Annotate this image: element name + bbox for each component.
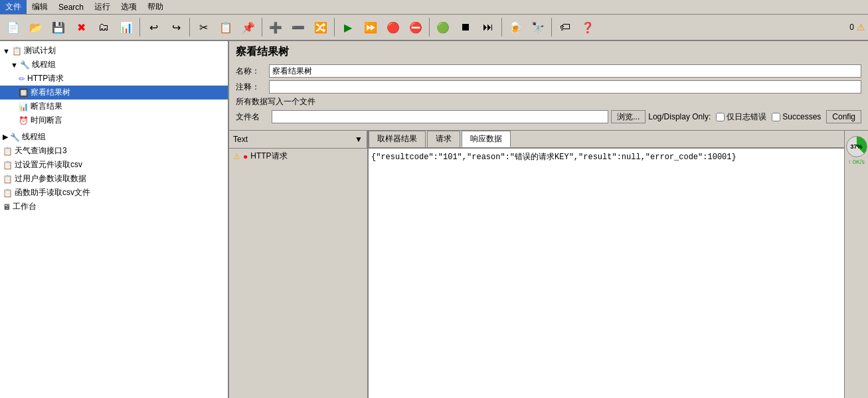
tree-item-duration[interactable]: ⏰ 时间断言 (0, 113, 228, 127)
all-data-label: 所有数据写入一个文件 (236, 96, 861, 107)
sep6 (501, 18, 502, 36)
tree-icon-assert: 📊 (19, 102, 29, 111)
browse-button[interactable]: 浏览... (611, 110, 646, 123)
undo-button[interactable]: ↩ (143, 17, 164, 38)
options-row: Log/Display Only: 仅日志错误 Successes Config (648, 110, 861, 123)
tree-item-http-request[interactable]: ✏ HTTP请求 (0, 72, 228, 86)
tree-item-assert-result[interactable]: 📊 断言结果 (0, 100, 228, 113)
tree-icon-http: ✏ (19, 74, 25, 84)
warning-icon: ⚠ (857, 22, 865, 33)
panel-title: 察看结果树 (236, 45, 861, 59)
tree-label-tg1: 线程组 (32, 59, 56, 70)
menu-run[interactable]: 运行 (89, 0, 116, 14)
successes-checkbox[interactable] (772, 113, 780, 121)
content-area: Text ▼ ⚠ ● HTTP请求 取样器结果 请求 响应数据 (229, 131, 868, 398)
right-panel: 察看结果树 名称： 注释： 所有数据写入一个文件 文件名 浏览... Log/D… (229, 41, 868, 398)
errors-checkbox-label[interactable]: 仅日志错误 (716, 111, 766, 123)
remote-all-button[interactable]: ⏭ (477, 17, 499, 38)
comment-input[interactable] (269, 80, 861, 94)
main-layout: ▼ 📋 测试计划 ▼ 🔧 线程组 ✏ HTTP请求 🔲 察看结果树 📊 断言结果 (0, 41, 868, 398)
text-dropdown[interactable]: Text ▼ (229, 131, 367, 148)
log-display-label: Log/Display Only: (648, 112, 711, 121)
dropdown-arrow: ▼ (355, 135, 363, 144)
add-button[interactable]: ➕ (265, 17, 286, 38)
tree-item-thread-group-1[interactable]: ▼ 🔧 线程组 (0, 58, 228, 72)
left-panel: ▼ 📋 测试计划 ▼ 🔧 线程组 ✏ HTTP请求 🔲 察看结果树 📊 断言结果 (0, 41, 229, 398)
menubar: 文件 编辑 Search 运行 选项 帮助 (0, 0, 868, 15)
tree-item-workbench[interactable]: 🖥 工作台 (0, 200, 228, 214)
menu-edit[interactable]: 编辑 (27, 0, 53, 14)
name-row: 名称： (236, 64, 861, 78)
errors-checkbox[interactable] (716, 113, 725, 121)
tree-item-csv-config[interactable]: 📋 过设置元件读取csv (0, 158, 228, 172)
tree-item-test-plan[interactable]: ▼ 📋 测试计划 (0, 44, 228, 58)
tab-content-response: {"resultcode":"101","reason":"错误的请求KEY",… (369, 149, 844, 398)
tree-icon-tg1: 🔧 (20, 60, 30, 70)
cut-button[interactable]: ✂ (193, 17, 214, 38)
toolbar: 📄 📂 💾 ✖ 🗂 📊 ↩ ↪ ✂ 📋 📌 ➕ ➖ 🔀 ▶ ⏩ 🔴 ⛔ 🟢 ⏹ … (0, 15, 868, 41)
response-text: {"resultcode":"101","reason":"错误的请求KEY",… (371, 153, 737, 162)
new-button[interactable]: 📄 (3, 17, 24, 38)
toolbar-counter: 0 ⚠ (849, 22, 865, 33)
sep4 (334, 18, 335, 36)
menu-search[interactable]: Search (53, 1, 89, 13)
close-button[interactable]: ✖ (70, 17, 92, 38)
help-button[interactable]: ❓ (577, 17, 598, 38)
successes-checkbox-label[interactable]: Successes (772, 112, 821, 121)
list-item-http[interactable]: ⚠ ● HTTP请求 (229, 149, 367, 164)
tab-response-data[interactable]: 响应数据 (462, 131, 511, 147)
config-button[interactable]: Config (826, 110, 861, 123)
tree-label-dur: 时间断言 (31, 115, 62, 126)
redo-button[interactable]: ↪ (165, 17, 187, 38)
save-button[interactable]: 💾 (48, 17, 69, 38)
tree-item-user-params[interactable]: 📋 过用户参数读取数据 (0, 172, 228, 186)
tree-label-weather: 天气查询接口3 (15, 145, 67, 157)
tree-label-view: 察看结果树 (31, 87, 70, 98)
remove-button[interactable]: ➖ (288, 17, 309, 38)
stop-button[interactable]: 🔴 (383, 17, 404, 38)
tab-sampler-result[interactable]: 取样器结果 (369, 131, 426, 147)
name-input[interactable] (269, 64, 861, 78)
tree-label-user: 过用户参数读取数据 (15, 173, 86, 184)
tree-item-view-tree[interactable]: 🔲 察看结果树 (0, 86, 228, 100)
filename-input[interactable] (272, 110, 608, 123)
gauge-sublabel: ↑ 0K/s (848, 159, 865, 165)
properties-button[interactable]: 📊 (116, 17, 137, 38)
tree-item-thread-group-2[interactable]: ▶ 🔧 线程组 (0, 130, 228, 144)
tree-item-csv-manual[interactable]: 📋 函数助手读取csv文件 (0, 186, 228, 200)
clear-button[interactable]: 🔀 (310, 17, 331, 38)
log-button[interactable]: 🏷 (555, 17, 576, 38)
save-all-button[interactable]: 🗂 (93, 17, 114, 38)
gauge-value: 37% (850, 143, 862, 150)
search-button[interactable]: 🍺 (505, 17, 526, 38)
tree-item-weather[interactable]: 📋 天气查询接口3 (0, 144, 228, 158)
text-panel: Text ▼ ⚠ ● HTTP请求 (229, 131, 369, 398)
run-all-button[interactable]: ⏩ (360, 17, 381, 38)
menu-file[interactable]: 文件 (0, 0, 27, 14)
tab-request[interactable]: 请求 (427, 131, 460, 147)
copy-button[interactable]: 📋 (215, 17, 236, 38)
menu-options[interactable]: 选项 (116, 0, 142, 14)
tree-icon-weather: 📋 (3, 147, 13, 156)
sep2 (189, 18, 190, 36)
paste-button[interactable]: 📌 (238, 17, 259, 38)
remote-start-button[interactable]: 🟢 (432, 17, 454, 38)
sep7 (551, 18, 552, 36)
run-button[interactable]: ▶ (337, 17, 359, 38)
tree-icon-user: 📋 (3, 174, 13, 184)
func-button[interactable]: 🔭 (527, 17, 549, 38)
comment-row: 注释： (236, 80, 861, 94)
gauge-panel: 37% ↑ 0K/s (844, 131, 868, 398)
stop-all-button[interactable]: ⛔ (405, 17, 426, 38)
tabs-bar: 取样器结果 请求 响应数据 (369, 131, 844, 149)
filename-row: 文件名 浏览... Log/Display Only: 仅日志错误 Succes… (236, 110, 861, 123)
remote-stop-button[interactable]: ⏹ (455, 17, 476, 38)
filename-label: 文件名 (236, 111, 269, 123)
sep3 (262, 18, 262, 36)
tree-icon-wb: 🖥 (3, 202, 11, 212)
errors-label-text: 仅日志错误 (727, 111, 766, 123)
gauge-circle: 37% (846, 136, 867, 157)
menu-help[interactable]: 帮助 (142, 0, 169, 14)
tree-label-csvman: 函数助手读取csv文件 (15, 187, 90, 198)
open-button[interactable]: 📂 (25, 17, 46, 38)
